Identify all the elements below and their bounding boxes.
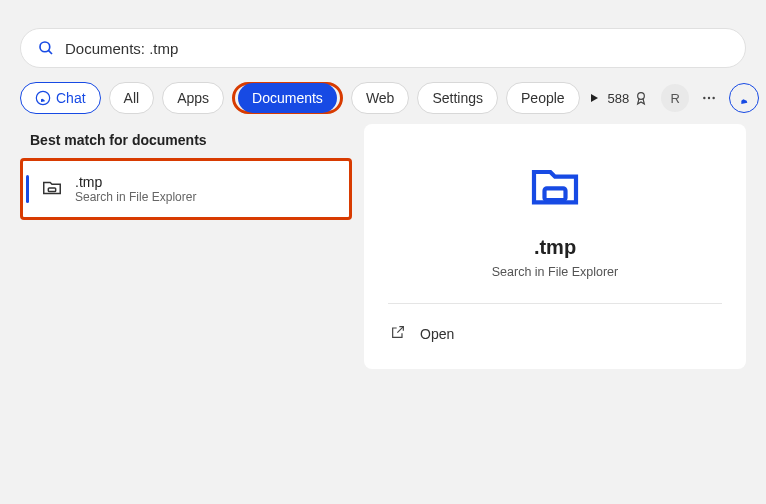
- more-filters-icon[interactable]: [588, 92, 600, 104]
- filter-all-label: All: [124, 90, 140, 106]
- filter-web[interactable]: Web: [351, 82, 410, 114]
- filter-apps[interactable]: Apps: [162, 82, 224, 114]
- result-subtitle: Search in File Explorer: [75, 190, 196, 204]
- points-value: 588: [608, 91, 630, 106]
- toolbar-right: 588 R: [608, 83, 760, 113]
- search-input[interactable]: [65, 40, 729, 57]
- rewards-points[interactable]: 588: [608, 90, 650, 106]
- folder-icon: [522, 158, 588, 218]
- open-external-icon: [390, 324, 406, 343]
- user-avatar[interactable]: R: [661, 84, 689, 112]
- svg-point-2: [36, 91, 49, 104]
- divider: [388, 303, 722, 304]
- filter-people-label: People: [521, 90, 565, 106]
- result-item-tmp[interactable]: .tmp Search in File Explorer: [20, 158, 352, 220]
- filter-people[interactable]: People: [506, 82, 580, 114]
- medal-icon: [633, 90, 649, 106]
- filter-settings[interactable]: Settings: [417, 82, 498, 114]
- svg-rect-8: [545, 188, 566, 200]
- content-area: Best match for documents .tmp Search in …: [0, 124, 766, 369]
- preview-panel: .tmp Search in File Explorer Open: [364, 124, 746, 369]
- svg-point-0: [40, 42, 50, 52]
- preview-title: .tmp: [534, 236, 576, 259]
- filter-settings-label: Settings: [432, 90, 483, 106]
- file-explorer-icon: [41, 176, 63, 202]
- bing-icon: [736, 90, 752, 106]
- more-icon[interactable]: [701, 90, 717, 106]
- filter-row: Chat All Apps Documents Web Settings Peo…: [0, 68, 766, 124]
- filter-chat-label: Chat: [56, 90, 86, 106]
- results-column: Best match for documents .tmp Search in …: [20, 124, 352, 369]
- svg-point-3: [638, 93, 645, 100]
- svg-rect-7: [48, 188, 55, 192]
- filter-chat[interactable]: Chat: [20, 82, 101, 114]
- search-icon: [37, 39, 55, 57]
- filter-web-label: Web: [366, 90, 395, 106]
- bing-button[interactable]: [729, 83, 759, 113]
- action-open-label: Open: [420, 326, 454, 342]
- svg-line-1: [48, 50, 52, 54]
- filter-all[interactable]: All: [109, 82, 155, 114]
- filter-documents[interactable]: Documents: [238, 83, 337, 113]
- bing-icon: [35, 90, 51, 106]
- action-open[interactable]: Open: [388, 318, 722, 349]
- result-title: .tmp: [75, 174, 196, 190]
- svg-point-4: [703, 97, 705, 99]
- results-header: Best match for documents: [30, 132, 352, 148]
- svg-point-5: [708, 97, 710, 99]
- result-text: .tmp Search in File Explorer: [75, 174, 196, 204]
- search-bar[interactable]: [20, 28, 746, 68]
- filter-documents-label: Documents: [252, 90, 323, 106]
- filter-documents-highlight: Documents: [232, 82, 343, 114]
- filter-apps-label: Apps: [177, 90, 209, 106]
- preview-subtitle: Search in File Explorer: [492, 265, 618, 279]
- svg-point-6: [713, 97, 715, 99]
